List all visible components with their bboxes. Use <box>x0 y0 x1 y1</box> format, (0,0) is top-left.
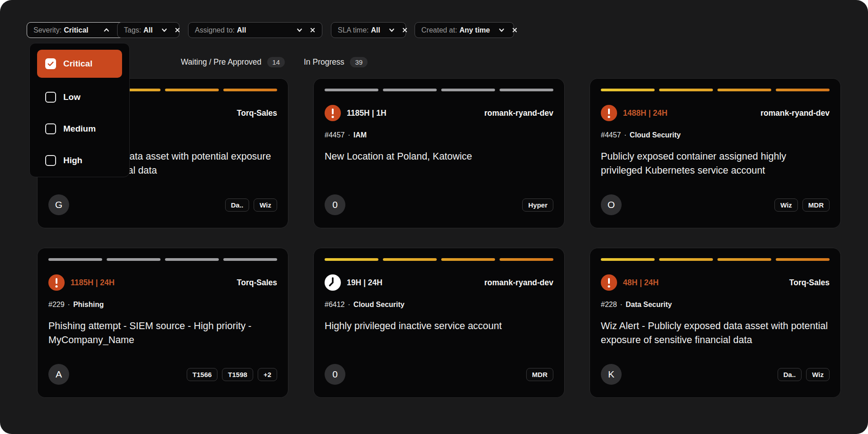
sla-progress-bar <box>325 258 553 261</box>
incident-ref: #6412 <box>325 301 345 309</box>
dropdown-option-label: Critical <box>63 59 92 69</box>
filter-label: Tags: <box>124 26 141 34</box>
close-icon[interactable] <box>512 27 518 33</box>
tag-pill: Wiz <box>774 198 798 212</box>
project-name: romank-ryand-dev <box>760 108 830 118</box>
sla-progress-bar <box>601 258 830 261</box>
sla-time: 19H | 24H <box>347 278 382 288</box>
tag-pill: T1598 <box>222 368 253 381</box>
dropdown-option-low[interactable]: Low <box>37 81 122 113</box>
separator-dot: · <box>348 131 350 139</box>
avatar: 0 <box>325 194 345 215</box>
sla-time: 1488H | 24H <box>623 108 667 118</box>
sla-progress-bar <box>325 89 553 91</box>
sla-progress-bar <box>48 258 277 261</box>
filter-label: Assigned to: <box>195 26 235 34</box>
tag-pill: T1566 <box>187 368 218 381</box>
checkbox-unchecked-icon[interactable] <box>45 155 56 166</box>
tag-pill: MDR <box>802 198 830 212</box>
checkbox-unchecked-icon[interactable] <box>45 92 56 103</box>
separator-dot: · <box>68 301 70 309</box>
chevron-up-icon[interactable] <box>103 27 110 33</box>
dropdown-option-label: High <box>63 156 82 165</box>
column-label: Waiting / Pre Approved <box>181 57 261 67</box>
incident-title: Wiz Alert - Publicly exposed data asset … <box>601 319 830 347</box>
sla-progress-bar <box>601 89 830 91</box>
dropdown-option-critical[interactable]: Critical <box>37 50 122 78</box>
incident-card[interactable]: 1488H | 24H romank-ryand-dev #4457 · Clo… <box>590 78 841 228</box>
avatar: K <box>601 364 622 385</box>
close-icon[interactable] <box>310 27 316 33</box>
alert-icon <box>325 105 341 121</box>
filter-chip-severity[interactable]: Severity: Critical <box>27 22 129 38</box>
incident-card[interactable]: 19H | 24H romank-ryand-dev #6412 · Cloud… <box>313 248 565 398</box>
alert-icon <box>48 274 65 291</box>
column-count-badge: 14 <box>267 57 285 67</box>
incident-card[interactable]: 1185H | 1H romank-ryand-dev #4457 · IAM … <box>313 78 565 228</box>
incident-ref: #4457 <box>325 131 345 139</box>
filter-label: Severity: <box>33 26 61 34</box>
severity-dropdown-menu: Critical Low Medium High <box>29 43 130 177</box>
incident-title: Highly privileged inactive service accou… <box>325 319 553 333</box>
filter-chip-created-at[interactable]: Created at: Any time <box>415 22 514 38</box>
tag-pill: Da.. <box>225 198 250 212</box>
tag-pill-more[interactable]: +2 <box>258 368 277 381</box>
filter-chip-assigned-to[interactable]: Assigned to: All <box>188 22 322 38</box>
filter-value: Any time <box>459 26 490 34</box>
tag-pill: Wiz <box>254 198 277 212</box>
project-name: romank-ryand-dev <box>484 278 553 288</box>
incident-title: New Location at Poland, Katowice <box>325 150 553 164</box>
project-name: romank-ryand-dev <box>484 108 553 118</box>
column-label: In Progress <box>304 57 344 67</box>
dropdown-option-label: Low <box>63 92 80 102</box>
avatar: A <box>48 364 69 385</box>
sla-time: 48H | 24H <box>623 278 659 288</box>
incident-card[interactable]: 1185H | 24H Torq-Sales #229 · Phishing P… <box>37 248 288 398</box>
incident-ref: #229 <box>48 301 65 309</box>
avatar: O <box>601 194 622 215</box>
clock-icon <box>325 274 341 291</box>
filter-value: All <box>371 26 380 34</box>
filter-chip-tags[interactable]: Tags: All <box>117 22 179 38</box>
chevron-down-icon[interactable] <box>498 27 505 33</box>
chevron-down-icon[interactable] <box>161 27 168 33</box>
dropdown-option-label: Medium <box>63 124 96 134</box>
close-icon[interactable] <box>402 27 408 33</box>
incident-title: Publicly exposed container assigned high… <box>601 150 830 178</box>
filter-chip-sla-time[interactable]: SLA time: All <box>331 22 406 38</box>
filter-label: SLA time: <box>338 26 368 34</box>
separator-dot: · <box>348 301 350 309</box>
tag-pill: MDR <box>526 368 553 381</box>
incident-ref: #228 <box>601 301 617 309</box>
incident-card[interactable]: 48H | 24H Torq-Sales #228 · Data Securit… <box>590 248 841 398</box>
dropdown-option-medium[interactable]: Medium <box>37 113 122 145</box>
incident-ref: #4457 <box>601 131 621 139</box>
alert-icon <box>601 274 617 291</box>
project-name: Torq-Sales <box>789 278 830 288</box>
filter-value: All <box>237 26 246 34</box>
checkbox-checked-icon[interactable] <box>45 58 56 69</box>
project-name: Torq-Sales <box>237 278 277 288</box>
incidents-board: Severity: Critical Tags: All Assigned to… <box>0 0 868 434</box>
filter-value: Critical <box>64 26 88 34</box>
column-count-badge: 39 <box>350 57 368 67</box>
dropdown-option-high[interactable]: High <box>37 145 122 176</box>
incident-category: Cloud Security <box>630 131 681 139</box>
alert-icon <box>601 105 617 121</box>
incident-category: Data Security <box>626 301 672 309</box>
column-header-in-progress: In Progress 39 <box>304 57 368 67</box>
close-icon[interactable] <box>175 27 180 33</box>
incident-title: Phishing attempt - SIEM source - High pr… <box>48 319 277 347</box>
incident-category: Cloud Security <box>354 301 405 309</box>
sla-time: 1185H | 1H <box>347 108 387 118</box>
project-name: Torq-Sales <box>237 108 277 118</box>
tag-pill: Wiz <box>806 368 830 381</box>
chevron-down-icon[interactable] <box>388 27 395 33</box>
filter-label: Created at: <box>421 26 457 34</box>
incident-category: IAM <box>354 131 367 139</box>
checkbox-unchecked-icon[interactable] <box>45 123 56 134</box>
chevron-down-icon[interactable] <box>296 27 303 33</box>
cards-grid: Torq-Sales Publicly exposed data asset w… <box>37 78 841 398</box>
filter-value: All <box>143 26 152 34</box>
incident-category: Phishing <box>73 301 104 309</box>
